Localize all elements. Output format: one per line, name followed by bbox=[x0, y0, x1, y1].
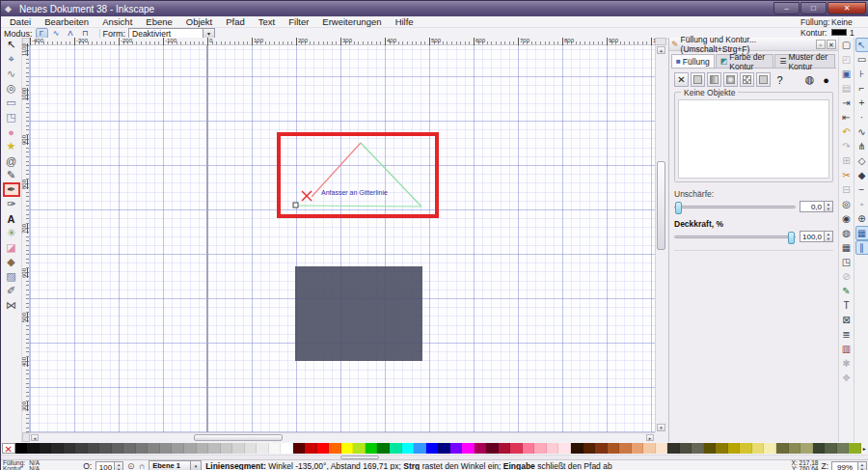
blur-value[interactable]: 0,0 bbox=[800, 201, 825, 212]
palette-swatch[interactable] bbox=[15, 443, 28, 454]
zoom-spinbox[interactable]: 99% ▴▾ bbox=[831, 461, 867, 470]
maximize-button[interactable]: □ bbox=[800, 2, 827, 14]
palette-swatch[interactable] bbox=[245, 443, 258, 454]
stroke-color-swatch[interactable] bbox=[831, 29, 847, 36]
snap-bbox-corners-icon[interactable]: ⌐ bbox=[855, 81, 868, 96]
palette-swatch[interactable] bbox=[547, 443, 559, 454]
tool-pencil-tool[interactable]: ✎ bbox=[3, 168, 20, 182]
copy-icon[interactable]: ⊞ bbox=[840, 153, 854, 168]
palette-swatch[interactable] bbox=[849, 443, 861, 454]
tool-text-tool[interactable]: A bbox=[3, 211, 20, 226]
spinner-arrows-icon[interactable]: ▴▾ bbox=[115, 461, 123, 470]
palette-swatch[interactable] bbox=[752, 443, 765, 454]
vertical-scrollbar[interactable]: ▴ ▾ bbox=[655, 45, 666, 432]
palette-swatch[interactable] bbox=[608, 443, 620, 454]
snap-bbox-centers-icon[interactable]: · bbox=[855, 110, 868, 124]
palette-swatch[interactable] bbox=[197, 443, 209, 454]
tab-farbe-der-kontur[interactable]: ◩Farbe der Kontur bbox=[716, 54, 773, 68]
palette-swatch[interactable] bbox=[112, 443, 124, 454]
fill-stroke-dialog-icon[interactable]: ✎ bbox=[840, 284, 854, 298]
tool-pen-tool[interactable]: ✒ bbox=[3, 182, 20, 197]
palette-swatch[interactable] bbox=[716, 443, 728, 454]
blur-slider[interactable] bbox=[674, 206, 796, 208]
palette-swatch[interactable] bbox=[704, 443, 717, 454]
print-icon[interactable]: ▤ bbox=[840, 81, 854, 96]
dialog-close-icon[interactable]: ✕ bbox=[827, 40, 836, 49]
palette-scroll-arrow-icon[interactable]: ▸ bbox=[861, 445, 868, 452]
tool-calligraphy-tool[interactable]: ✑ bbox=[3, 197, 20, 211]
menu-item-erweiterungen[interactable]: Erweiterungen bbox=[315, 16, 388, 28]
opacity-spinbox[interactable]: 100,0 ▴▾ bbox=[800, 231, 833, 242]
paint-flat[interactable] bbox=[691, 72, 705, 87]
dialog-restore-icon[interactable]: ▫ bbox=[816, 40, 826, 49]
zoom-page-icon[interactable]: ◉ bbox=[840, 211, 854, 226]
open-document-icon[interactable]: ◰ bbox=[840, 52, 854, 67]
spinner-arrows-icon[interactable]: ▴▾ bbox=[825, 231, 833, 242]
tool-connector-tool[interactable]: ⋈ bbox=[3, 298, 20, 313]
snap-grid-icon[interactable]: ▦ bbox=[855, 226, 868, 240]
palette-swatch[interactable] bbox=[571, 443, 583, 454]
palette-swatch-none[interactable]: ✕ bbox=[2, 443, 15, 454]
zoom-corner-button[interactable] bbox=[655, 38, 666, 45]
blur-spinbox[interactable]: 0,0 ▴▾ bbox=[800, 201, 833, 212]
scroll-down-icon[interactable]: ▾ bbox=[657, 424, 665, 431]
paint-unknown[interactable]: ? bbox=[773, 72, 787, 87]
palette-swatch[interactable] bbox=[414, 443, 426, 454]
text-dialog-icon[interactable]: T bbox=[840, 298, 854, 313]
palette-swatch[interactable] bbox=[837, 443, 850, 454]
palette-swatch[interactable] bbox=[293, 443, 306, 454]
menu-item-ebene[interactable]: Ebene bbox=[139, 16, 178, 28]
spinner-arrows-icon[interactable]: ▴▾ bbox=[825, 201, 833, 212]
tool-gradient-tool[interactable]: ▨ bbox=[3, 269, 20, 284]
palette-swatch[interactable] bbox=[825, 443, 837, 454]
tool-zoom-tool[interactable]: ◎ bbox=[3, 81, 20, 96]
palette-swatch[interactable] bbox=[148, 443, 160, 454]
snap-nodes-smooth-icon[interactable]: ◆ bbox=[855, 168, 868, 182]
canvas[interactable]: Anfasser an Gitterlinie bbox=[30, 45, 655, 432]
paint-swatch[interactable] bbox=[756, 72, 771, 87]
palette-swatch[interactable] bbox=[305, 443, 317, 454]
paint-radial-gradient[interactable] bbox=[723, 72, 738, 87]
export-icon[interactable]: ⇤ bbox=[840, 110, 854, 124]
palette-swatch[interactable] bbox=[353, 443, 366, 454]
palette-swatch[interactable] bbox=[764, 443, 776, 454]
snap-nodes-cusp-icon[interactable]: ◇ bbox=[855, 153, 868, 168]
palette-swatch[interactable] bbox=[656, 443, 668, 454]
paste-icon[interactable]: ⊟ bbox=[840, 182, 854, 197]
snap-edge-midpoints-icon[interactable]: + bbox=[855, 96, 868, 110]
palette-swatch[interactable] bbox=[632, 443, 644, 454]
xml-editor-icon[interactable]: ⊠ bbox=[840, 313, 854, 327]
menu-item-bearbeiten[interactable]: Bearbeiten bbox=[38, 16, 95, 28]
palette-swatch[interactable] bbox=[341, 443, 354, 454]
tool-selector-tool[interactable]: ↖ bbox=[3, 38, 20, 52]
fill-indicator-value[interactable]: Keine bbox=[831, 17, 853, 27]
layer-lock-icon[interactable]: ∩ bbox=[139, 461, 145, 470]
tool-tweak-tool[interactable]: ∿ bbox=[3, 67, 20, 81]
opacity-slider[interactable] bbox=[674, 235, 796, 238]
palette-swatch[interactable] bbox=[426, 443, 439, 454]
tool-paint-bucket-tool[interactable]: ◆ bbox=[3, 255, 20, 269]
paint-linear-gradient[interactable] bbox=[707, 72, 721, 87]
palette-swatch[interactable] bbox=[366, 443, 378, 454]
cut-icon[interactable]: ✂ bbox=[840, 168, 854, 182]
minimize-button[interactable]: – bbox=[773, 2, 800, 14]
palette-swatch[interactable] bbox=[160, 443, 173, 454]
palette-swatch[interactable] bbox=[643, 443, 656, 454]
opacity-value[interactable]: 100,0 bbox=[800, 231, 825, 242]
scroll-right-icon[interactable]: ▸ bbox=[646, 434, 654, 441]
palette-swatch[interactable] bbox=[172, 443, 184, 454]
palette-swatch[interactable] bbox=[558, 443, 571, 454]
new-document-icon[interactable]: ▢ bbox=[840, 38, 854, 52]
palette-swatch[interactable] bbox=[486, 443, 499, 454]
palette-swatch[interactable] bbox=[619, 443, 632, 454]
palette-swatch[interactable] bbox=[776, 443, 789, 454]
palette-swatch[interactable] bbox=[402, 443, 415, 454]
menu-item-pfad[interactable]: Pfad bbox=[219, 16, 252, 28]
palette-swatch[interactable] bbox=[728, 443, 741, 454]
redo-icon[interactable]: ↷ bbox=[840, 139, 854, 153]
palette-swatch[interactable] bbox=[499, 443, 511, 454]
palette-swatch[interactable] bbox=[462, 443, 475, 454]
palette-swatch[interactable] bbox=[523, 443, 535, 454]
palette-swatch[interactable] bbox=[450, 443, 463, 454]
tool-dropper-tool[interactable]: ✐ bbox=[3, 284, 20, 298]
